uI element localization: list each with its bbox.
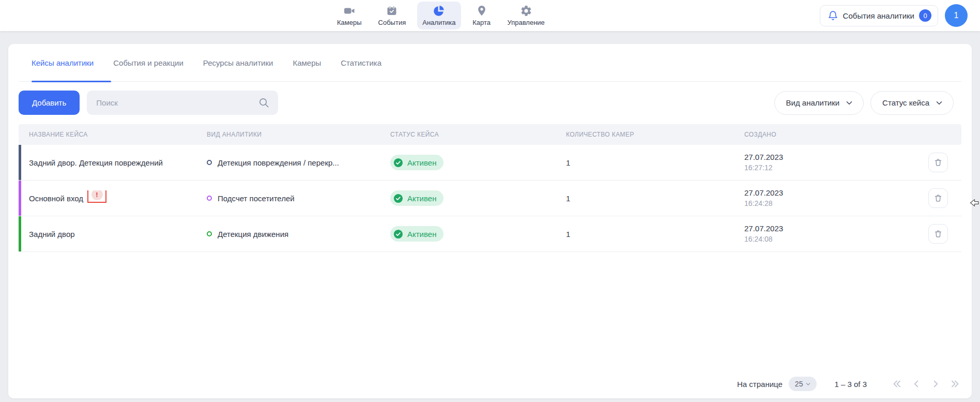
filter-label: Вид аналитики [786,98,840,107]
search-icon [258,97,270,109]
filter-analytics-type[interactable]: Вид аналитики [774,91,864,115]
column-header-case-name: НАЗВАНИЕ КЕЙСА [19,131,207,138]
add-button[interactable]: Добавить [19,91,80,115]
double-chevron-right-icon [949,378,960,390]
warning-annotation-box[interactable]: ! [87,190,106,203]
camera-count-cell: 1 [566,194,744,203]
created-date: 27.07.2023 [744,188,925,198]
case-name-cell: Задний двор [19,230,207,239]
camera-icon [343,5,356,17]
main-navigation: Камеры События Аналитика Карта Управлени [332,0,550,31]
per-page-select[interactable]: 25 [789,377,817,391]
created-time: 16:24:28 [744,198,925,209]
trash-icon [933,193,943,203]
status-label: Активен [407,194,436,203]
column-header-created: СОЗДАНО [744,131,925,138]
nav-label: Управление [508,19,545,26]
status-cell: Активен [390,226,566,242]
search-input[interactable] [87,91,278,115]
camera-count-cell: 1 [566,230,744,239]
column-header-analytics-type: ВИД АНАЛИТИКИ [207,131,390,138]
delete-case-button[interactable] [928,153,948,172]
analytics-type-dot-icon [207,160,212,165]
nav-label: Карта [472,19,491,26]
delete-case-button[interactable] [928,224,948,244]
gear-icon [520,5,532,17]
nav-item-events[interactable]: События [373,2,411,29]
case-name: Задний двор. Детекция повреждений [29,158,163,167]
case-name-cell: Основной вход ! [19,190,207,206]
events-calendar-icon [386,5,398,17]
tab-cameras[interactable]: Камеры [293,44,321,82]
chevron-left-icon [911,378,922,390]
section-tabs: Кейсы аналитики События и реакции Ресурс… [19,44,961,82]
column-header-case-status: СТАТУС КЕЙСА [390,131,566,138]
map-pin-icon [476,5,488,17]
chevron-down-icon [805,381,811,388]
actions-cell [925,188,961,208]
check-circle-icon [393,158,403,168]
table-row[interactable]: Задний двор Детекция движения Активен 1 … [19,216,961,252]
table-row[interactable]: Основной вход ! Подсчет посетителей Акти… [19,181,961,216]
actions-cell [925,153,961,172]
check-circle-icon [393,229,403,239]
tab-statistics[interactable]: Статистика [341,44,381,82]
chevron-right-icon [930,378,941,390]
nav-item-cameras[interactable]: Камеры [332,2,367,29]
chevron-down-icon [845,98,854,108]
nav-item-analytics[interactable]: Аналитика [417,2,461,29]
status-badge: Активен [390,155,443,170]
filter-case-status[interactable]: Статус кейса [870,91,954,115]
mouse-cursor [970,199,979,207]
analytics-type-label: Детекция движения [218,230,288,239]
delete-case-button[interactable] [928,188,948,208]
created-time: 16:24:08 [744,234,925,244]
filters: Вид аналитики Статус кейса [774,91,961,115]
topbar-right-controls: События аналитики 0 1 [820,0,968,31]
camera-count-cell: 1 [566,158,744,167]
trash-icon [933,158,943,167]
case-name-cell: Задний двор. Детекция повреждений [19,158,207,167]
next-page-button[interactable] [930,378,941,390]
tab-events-reactions[interactable]: События и реакции [113,44,183,82]
nav-label: Аналитика [422,19,455,26]
created-cell: 27.07.2023 16:24:28 [744,188,925,209]
tab-analytics-cases[interactable]: Кейсы аналитики [32,44,94,82]
analytics-events-label: События аналитики [843,11,914,20]
first-page-button[interactable] [892,378,903,390]
actions-cell [925,224,961,244]
case-name: Задний двор [29,230,75,239]
created-date: 27.07.2023 [744,224,925,234]
analytics-type-cell: Детекция движения [207,230,390,239]
nav-item-management[interactable]: Управление [502,2,550,29]
status-badge: Активен [390,190,443,206]
status-label: Активен [407,230,436,239]
analytics-type-cell: Детекция повреждения / перекр... [207,158,390,167]
status-badge: Активен [390,226,443,242]
analytics-events-button[interactable]: События аналитики 0 [820,5,938,26]
nav-item-map[interactable]: Карта [467,2,496,29]
pagination-bar: На странице 25 1 – 3 of 3 [737,377,960,391]
toolbar: Добавить Вид аналитики Статус кейса [19,91,961,115]
per-page-label: На странице [737,380,783,389]
analytics-type-cell: Подсчет посетителей [207,194,390,203]
created-time: 16:27:12 [744,162,925,173]
warning-exclamation-icon: ! [91,190,103,201]
filter-label: Статус кейса [882,98,929,107]
table-row[interactable]: Задний двор. Детекция повреждений Детекц… [19,145,961,181]
analytics-type-label: Детекция повреждения / перекр... [218,158,339,167]
pager-controls [892,378,960,390]
search-field-wrap [87,91,278,115]
tab-analytics-resources[interactable]: Ресурсы аналитики [203,44,273,82]
row-accent-bar [19,145,21,180]
nav-label: События [378,19,406,26]
analytics-type-label: Подсчет посетителей [218,194,295,203]
trash-icon [933,229,943,239]
user-avatar[interactable]: 1 [945,4,968,27]
bell-icon [828,10,838,21]
analytics-type-dot-icon [207,196,212,201]
row-accent-bar [19,216,21,251]
double-chevron-left-icon [892,378,903,390]
last-page-button[interactable] [949,378,960,390]
prev-page-button[interactable] [911,378,922,390]
